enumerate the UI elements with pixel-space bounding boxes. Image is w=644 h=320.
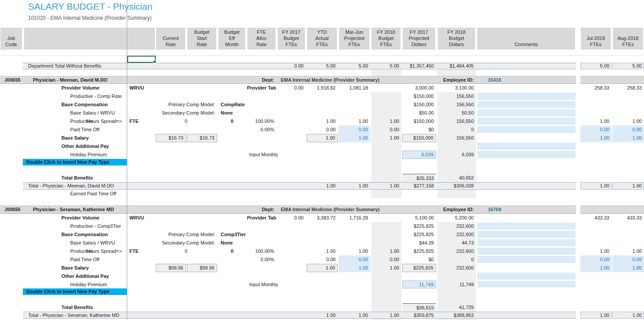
comment-input-cell[interactable] xyxy=(477,151,576,158)
cell-fy18BudgetDollars[interactable]: 232,600 xyxy=(437,247,476,255)
cell-aug18Ftes[interactable]: 258.33 xyxy=(612,84,644,92)
cell-jul18Ftes[interactable]: 1.00 xyxy=(580,182,612,190)
comment-input-cell[interactable] xyxy=(477,109,576,116)
row-label[interactable]: Provider Volume xyxy=(61,84,100,92)
cell-inputMonthly[interactable]: Input Monthly xyxy=(241,280,286,288)
cell-fy17ProjDollars[interactable]: $225,825 xyxy=(402,247,436,255)
cell-budgetEffMonth[interactable]: 0 xyxy=(218,117,246,126)
cell-jul18Ftes[interactable]: 258.33 xyxy=(580,84,612,92)
row-label[interactable]: Base Salary / WRVU xyxy=(70,239,115,247)
cell-fteAllocRate[interactable]: Dept: xyxy=(247,76,276,84)
employee-id-value[interactable]: 16768 xyxy=(488,205,501,214)
cell-c1[interactable]: FTE xyxy=(128,247,155,255)
cell-fy18BudgetDollars[interactable]: $388,863 xyxy=(437,312,476,319)
row-label[interactable]: Other Additional Pay xyxy=(61,272,109,280)
cell-marJunProjFtes[interactable]: 1.00 xyxy=(339,264,370,272)
cell-jul18Ftes[interactable]: 1.00 xyxy=(580,134,612,142)
cell-c1[interactable]: WRVU xyxy=(128,84,155,92)
row-label[interactable]: Productive - Comp3Tier xyxy=(70,222,121,230)
row-label[interactable]: Base Compensation xyxy=(61,230,108,239)
cell-aug18Ftes[interactable]: 1.00 xyxy=(612,134,644,142)
cell-fy18BudgetFtes[interactable]: 1.00 xyxy=(371,247,401,255)
cell-jul18Ftes[interactable]: 0.00 xyxy=(580,126,612,134)
cell-fy18BudgetDollars[interactable]: 50.50 xyxy=(437,109,476,117)
cell-fy18BudgetDollars[interactable]: Employee ID: xyxy=(437,76,476,84)
cell-fy18BudgetDollars[interactable]: 156,550 xyxy=(437,117,476,126)
cell-fy17ProjDollars[interactable]: $50.00 xyxy=(402,109,436,117)
row-label[interactable]: Paid Time Off xyxy=(70,126,99,134)
cell-c1[interactable]: WRVU xyxy=(128,214,155,222)
cell-fy18BudgetFtes[interactable]: 1.00 xyxy=(371,117,401,126)
cell-fteAllocRate[interactable]: 100.00% xyxy=(247,117,276,126)
department-value[interactable]: EMA Internal Medicine (Provider Summary) xyxy=(281,205,379,214)
cell-fy18BudgetFtes[interactable]: 1.00 xyxy=(371,312,401,319)
cell-fy17ProjDollars[interactable]: $150,000 xyxy=(402,117,436,126)
row-label[interactable]: Paid Time Off xyxy=(70,255,99,264)
cell-ytdActualFtes[interactable]: 5.00 xyxy=(307,63,338,69)
cell-fy18BudgetDollars[interactable]: $1,484,405 xyxy=(437,63,476,69)
cell-modelLabel[interactable]: Primary Comp Model: xyxy=(151,230,217,239)
cell-fy18BudgetFtes[interactable]: 1.00 xyxy=(371,134,401,142)
cell-fy18BudgetFtes[interactable]: 0.00 xyxy=(371,126,401,134)
cell-ytdActualFtes[interactable]: 1.00 xyxy=(307,117,338,126)
cell-modelValue[interactable]: Comp3Tier xyxy=(219,230,268,239)
cell-fy17ProjDollars[interactable]: $359,875 xyxy=(402,312,436,319)
cell-fy18BudgetDollars[interactable]: 156,550 xyxy=(437,134,476,142)
comment-input-cell[interactable] xyxy=(477,281,576,288)
employee-name[interactable]: Physician - Meenan, David M.DO xyxy=(33,76,107,84)
cell-fy18BudgetDollars[interactable]: 44.73 xyxy=(437,239,476,247)
comment-input-cell[interactable] xyxy=(477,239,576,246)
row-label[interactable]: Other Additional Pay xyxy=(61,142,109,151)
cell-ytdActualFtes[interactable]: 1.00 xyxy=(307,134,338,142)
row-label[interactable]: Provider Volume xyxy=(61,214,100,222)
cell-fy18BudgetDollars[interactable]: 232,600 xyxy=(437,222,476,230)
row-label[interactable]: Productive - Comp Rate xyxy=(70,92,122,101)
fill-handle[interactable] xyxy=(153,60,156,63)
comment-input-cell[interactable] xyxy=(477,231,576,238)
cell-fy17ProjDollars[interactable]: $44.28 xyxy=(402,239,436,247)
cell-fy17ProjDollars[interactable]: $225,825 xyxy=(402,230,436,239)
comment-input-cell[interactable] xyxy=(477,93,576,100)
cell-fy17ProjDollars[interactable]: $150,000 xyxy=(402,92,436,101)
cell-fy18BudgetDollars[interactable]: 156,550 xyxy=(437,101,476,109)
insert-pay-type-row[interactable]: Double Click to Insert New Pay Type xyxy=(23,159,127,165)
cell-fy18BudgetDollars[interactable]: 6,039 xyxy=(437,151,476,159)
cell-fy18BudgetDollars[interactable]: 3,100.00 xyxy=(437,84,476,92)
cell-marJunProjFtes[interactable]: 1.00 xyxy=(339,312,370,319)
row-label[interactable]: Base Salary xyxy=(61,134,89,142)
cell-fy18BudgetDollars[interactable]: 41,729 xyxy=(437,303,476,312)
cell-fteAllocRate[interactable]: Provider Tab xyxy=(247,214,276,222)
cell-jul18Ftes[interactable]: 1.00 xyxy=(580,264,612,272)
comment-input-cell[interactable] xyxy=(477,248,576,255)
hours-spread-label[interactable]: Hours Spread=> xyxy=(86,117,122,126)
cell-modelValue[interactable]: None xyxy=(219,239,268,247)
cell-aug18Ftes[interactable]: 1.00 xyxy=(612,182,644,190)
cell-inputMonthly[interactable]: Input Monthly xyxy=(241,151,286,159)
cell-ytdActualFtes[interactable]: 0.00 xyxy=(307,126,338,134)
cell-fy17BudgetFtes[interactable]: 0.00 xyxy=(277,63,306,69)
cell-marJunProjFtes[interactable]: 1.00 xyxy=(339,182,370,190)
insert-pay-type-row[interactable]: Double Click to Insert New Pay Type xyxy=(23,288,127,295)
cell-jul18Ftes[interactable]: 0.00 xyxy=(580,255,612,264)
comment-input-cell[interactable] xyxy=(477,126,576,133)
cell-aug18Ftes[interactable]: 1.00 xyxy=(612,264,644,272)
cell-fy17ProjDollars[interactable]: $36,515 xyxy=(402,303,436,312)
row-label[interactable]: Department Total Without Benefits xyxy=(28,63,101,69)
cell-fy17ProjDollars[interactable]: $225,825 xyxy=(402,264,436,272)
cell-aug18Ftes[interactable]: 0.00 xyxy=(612,126,644,134)
cell-aug18Ftes[interactable]: 433.33 xyxy=(612,214,644,222)
row-label[interactable]: Total - Physician - Seraman, Katherine M… xyxy=(28,312,119,319)
cell-marJunProjFtes[interactable]: 1,716.28 xyxy=(339,214,370,222)
cell-fy18BudgetFtes[interactable]: 1.00 xyxy=(371,182,401,190)
cell-rate0[interactable]: 0 xyxy=(156,117,190,126)
cell-modelValue[interactable]: CompRate xyxy=(219,101,268,109)
row-label[interactable]: Total Benefits xyxy=(61,174,93,182)
cell-fy17ProjDollars[interactable]: $0 xyxy=(402,255,436,264)
cell-fy18BudgetFtes[interactable]: 0.00 xyxy=(371,255,401,264)
cell-aug18Ftes[interactable]: 1.00 xyxy=(612,117,644,126)
cell-fteAllocRate[interactable]: Dept: xyxy=(247,205,276,214)
cell-ytdActualFtes[interactable]: 1.00 xyxy=(307,182,338,190)
cell-fy17ProjDollars[interactable]: $150,000 xyxy=(402,134,436,142)
row-label[interactable]: Earned Paid Time Off xyxy=(70,190,116,198)
cell-aug18Ftes[interactable]: 1.00 xyxy=(612,247,644,255)
